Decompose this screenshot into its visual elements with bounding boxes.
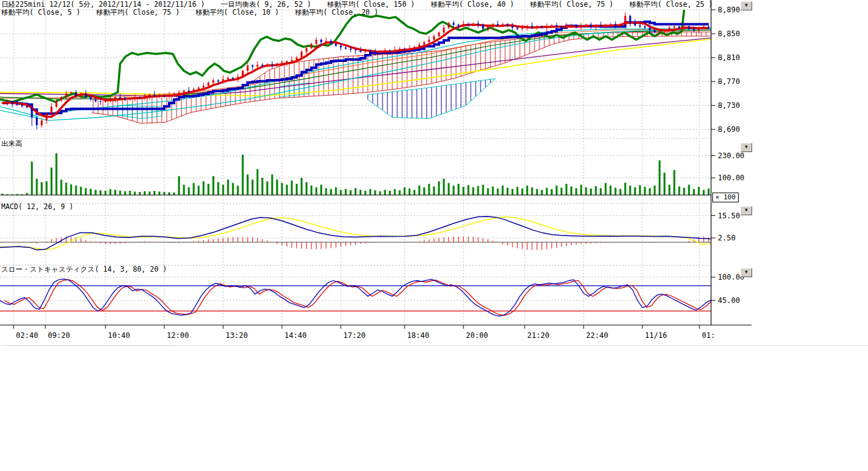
time-axis-label: 21:20	[527, 331, 549, 340]
stochastics-panel	[0, 279, 711, 316]
ichimoku-sub-band	[368, 78, 495, 118]
time-axis-label: 13:20	[226, 331, 248, 340]
ichimoku-cloud	[92, 32, 711, 123]
price-axis-label: 8,690	[718, 125, 740, 134]
chart-canvas: 8,8908,8508,8108,7708,7308,690230.00100.…	[0, 0, 868, 471]
chevron-down-icon: ▼	[745, 2, 748, 8]
time-axis-label: 22:40	[586, 331, 608, 340]
volume-panel-label: 出来高	[1, 139, 23, 148]
stoch-scale-dropdown-button[interactable]: ▼	[740, 268, 752, 277]
time-axis-label: 18:40	[407, 331, 429, 340]
price-axis-label: 8,730	[718, 101, 740, 110]
price-axis-label: 8,770	[718, 77, 740, 86]
time-axis-label: 12:00	[167, 331, 189, 340]
indicator-label: 移動平均( Close, 10 )	[196, 8, 279, 17]
indicator-label: 移動平均( Close, 20 )	[295, 8, 378, 17]
time-axis-label: 01:	[702, 331, 715, 340]
time-axis-label: 02:40	[16, 331, 38, 340]
time-axis-label: 11/16	[645, 331, 667, 340]
header-line-2: 移動平均( Close, 5 )移動平均( Close, 75 )移動平均( C…	[1, 8, 394, 17]
indicator-label: 一目均衡表( 9, 26, 52 )	[221, 0, 311, 9]
scrollbar-track[interactable]	[6, 345, 175, 346]
ma-10-cyan	[0, 28, 711, 116]
indicator-label: 移動平均( Close, 25 )	[630, 0, 713, 9]
macd-panel-label: MACD( 12, 26, 9 )	[1, 202, 74, 211]
macd-panel	[0, 216, 711, 250]
time-axis-label: 10:40	[108, 331, 130, 340]
macd-scale-dropdown-button[interactable]: ▼	[740, 206, 752, 215]
volume-multiplier-badge: × 100	[712, 193, 739, 202]
indicator-label: 移動平均( Close, 75 )	[96, 8, 180, 17]
indicator-label: 移動平均( Close, 150 )	[327, 0, 415, 9]
chevron-down-icon: ▼	[745, 144, 748, 150]
price-scale-dropdown-button[interactable]: ▼	[740, 1, 752, 10]
macd-histogram	[2, 237, 709, 250]
indicator-label: 日経225mini 12/12( 5分, 2012/11/14 - 2012/1…	[1, 0, 205, 9]
time-axis-label: 20:00	[466, 331, 488, 340]
ma-40-dark-green	[0, 30, 711, 99]
macd-axis-label: 2.50	[718, 234, 736, 242]
time-axis-label: 14:40	[284, 331, 306, 340]
volume-axis-label: 230.00	[718, 151, 744, 160]
stoch-axis-label: 45.00	[718, 296, 740, 305]
volume-panel	[2, 153, 710, 195]
macd-axis-label: 15.50	[718, 212, 740, 220]
price-axis-label: 8,810	[718, 53, 740, 62]
volume-axis-label: 100.00	[718, 174, 744, 182]
time-axis-label: 17:20	[343, 331, 365, 340]
indicator-label: 移動平均( Close, 40 )	[431, 0, 514, 9]
volume-scale-dropdown-button[interactable]: ▼	[740, 143, 752, 152]
main-price-panel	[0, 10, 711, 129]
stoch-k-line	[0, 279, 711, 316]
chart-window: 8,8908,8508,8108,7708,7308,690230.00100.…	[0, 0, 868, 471]
chevron-down-icon: ▼	[745, 207, 748, 213]
indicator-label: 移動平均( Close, 75 )	[530, 0, 614, 9]
macd-line	[0, 216, 711, 250]
price-axis-label: 8,850	[718, 29, 740, 38]
indicator-label: 移動平均( Close, 5 )	[1, 8, 80, 17]
time-axis-label: 09:20	[48, 331, 70, 340]
chevron-down-icon: ▼	[745, 269, 748, 275]
stochastics-panel-label: スロー・ストキャスティクス( 14, 3, 80, 20 )	[1, 265, 167, 274]
